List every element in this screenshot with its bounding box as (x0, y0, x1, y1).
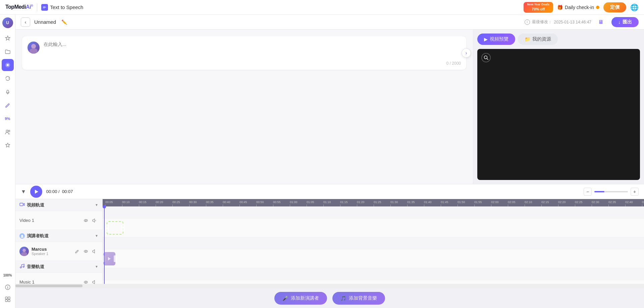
sidebar-item-users[interactable] (2, 126, 14, 138)
sidebar-item-grid[interactable] (2, 293, 14, 305)
video1-clip[interactable] (107, 221, 123, 235)
svg-point-31 (85, 282, 87, 283)
topbar-divider (37, 3, 37, 11)
user-avatar[interactable]: U (2, 17, 13, 28)
timeline-scrollbar[interactable] (15, 284, 644, 288)
info-icon: i (525, 19, 530, 25)
svg-rect-12 (5, 300, 7, 302)
ruler-mark: 00:10 (122, 201, 139, 206)
svg-point-25 (21, 252, 27, 256)
video1-mute-button[interactable] (91, 217, 98, 224)
zoom-in-button[interactable]: + (631, 188, 639, 196)
sidebar-item-info[interactable] (2, 281, 14, 293)
sidebar-item-percent[interactable]: 9% (2, 113, 14, 125)
last-modified-label: 最後修改： (532, 19, 552, 25)
zoom-out-button[interactable]: − (584, 188, 592, 196)
speaker-edit-button[interactable] (73, 248, 81, 255)
svg-point-2 (7, 64, 9, 66)
daily-checkin-btn[interactable]: 🎁 Daily check-in (557, 5, 599, 10)
play-button[interactable] (30, 186, 42, 198)
svg-point-15 (30, 48, 38, 54)
ruler-mark: 02:45 (642, 201, 644, 206)
add-music-button[interactable]: 🎵 添加背景音樂 (332, 292, 385, 305)
video1-eye-button[interactable] (82, 217, 90, 224)
back-button[interactable]: ‹ (21, 17, 30, 27)
sidebar-item-audio[interactable] (2, 86, 14, 98)
ruler-mark: 01:30 (390, 201, 407, 206)
music1-mute-button[interactable] (91, 279, 98, 284)
ruler-mark: 01:00 (290, 201, 307, 206)
ruler-mark: 00:05 (105, 201, 122, 206)
ruler-mark: 00:35 (206, 201, 223, 206)
zoom-search-icon[interactable] (481, 53, 491, 62)
tab-my-assets[interactable]: 📁 我的資源 (518, 34, 558, 45)
sidebar-item-refresh[interactable] (2, 72, 14, 84)
sidebar-item-active[interactable] (2, 59, 14, 71)
sidebar-item-zoom[interactable]: 100% (2, 269, 14, 281)
timeline-area: ▼ 00:00 / 00:07 − + (15, 184, 644, 288)
ruler-mark: 01:50 (458, 201, 474, 206)
project-name: Unnamed (34, 19, 56, 25)
ruler-mark: 01:55 (474, 201, 491, 206)
export-label: 匯出 (623, 19, 632, 25)
presenter-track-icon (19, 233, 25, 239)
playhead[interactable] (104, 206, 105, 284)
edit-project-name-icon[interactable]: ✏️ (61, 19, 67, 25)
scrollbar-thumb[interactable] (15, 285, 83, 287)
presenter-track-header: 演講者軌道 ▼ (15, 230, 102, 242)
text-input-field[interactable] (44, 42, 461, 62)
video-icon: ▶ (484, 37, 488, 42)
music-track-chevron[interactable]: ▼ (95, 265, 98, 268)
speaker-clip[interactable] (103, 252, 115, 265)
speaker-clip-resize-right[interactable] (114, 255, 117, 262)
mic-icon: 🎤 (282, 296, 288, 301)
filter-icon[interactable]: ▼ (21, 189, 26, 195)
topbar-right: New Year Deals70% off 🎁 Daily check-in 定… (524, 2, 639, 13)
ruler-mark: 00:55 (273, 201, 290, 206)
ruler-mark: 01:15 (340, 201, 357, 206)
speaker-eye-button[interactable] (82, 248, 90, 255)
sidebar-item-pin[interactable] (2, 139, 14, 151)
tab-video-preview[interactable]: ▶ 視頻預覽 (477, 34, 515, 45)
add-speaker-button[interactable]: 🎤 添加新演講者 (274, 292, 327, 305)
svg-rect-11 (8, 297, 10, 299)
new-year-banner[interactable]: New Year Deals70% off (524, 2, 553, 13)
zoom-slider[interactable] (594, 191, 628, 192)
timeline-tracks (103, 206, 644, 284)
speaker-mute-button[interactable] (91, 248, 98, 255)
export-button[interactable]: ↓ 匯出 (611, 17, 639, 27)
svg-point-14 (31, 44, 36, 49)
zoom-slider-fill (594, 191, 604, 192)
ruler-mark: 02:10 (525, 201, 541, 206)
right-panel: ▶ 視頻預覽 📁 我的資源 (473, 29, 644, 184)
sidebar-item-star[interactable] (2, 32, 14, 44)
zoom-percent: 100% (3, 273, 12, 277)
presenter-track-chevron[interactable]: ▼ (95, 234, 98, 238)
music1-eye-button[interactable] (82, 279, 90, 284)
timeline-ruler: 00:0500:1000:1500:2000:2500:3000:3500:40… (103, 199, 644, 206)
language-icon[interactable]: 🌐 (630, 3, 639, 11)
svg-point-6 (8, 130, 10, 132)
notification-dot (596, 6, 599, 9)
text-input-area: 0 / 2000 › (15, 29, 473, 184)
video-track-chevron[interactable]: ▼ (95, 203, 98, 207)
tts-label: Text to Speech (41, 4, 83, 11)
upgrade-button[interactable]: 定價 (603, 2, 626, 12)
sidebar-item-folder[interactable] (2, 46, 14, 58)
sidebar-item-pencil[interactable] (2, 99, 14, 111)
left-panel: 0 / 2000 › (15, 29, 473, 184)
speaker-clip-row (103, 249, 644, 268)
total-time: 00:07 (62, 189, 73, 194)
text-card: 0 / 2000 › (22, 36, 466, 70)
clip-resize-right[interactable] (121, 225, 124, 231)
ruler-mark: 02:25 (575, 201, 592, 206)
svg-marker-32 (108, 257, 111, 260)
svg-rect-19 (20, 203, 23, 206)
clip-resize-left[interactable] (106, 225, 109, 231)
ruler-mark: 02:30 (592, 201, 608, 206)
monitor-icon[interactable]: 🖥 (598, 19, 603, 25)
ruler-mark: 02:35 (608, 201, 625, 206)
expand-button[interactable]: › (462, 48, 471, 58)
music1-label: Music 1 (19, 280, 79, 284)
timeline-scroll[interactable]: 00:0500:1000:1500:2000:2500:3000:3500:40… (103, 199, 644, 284)
